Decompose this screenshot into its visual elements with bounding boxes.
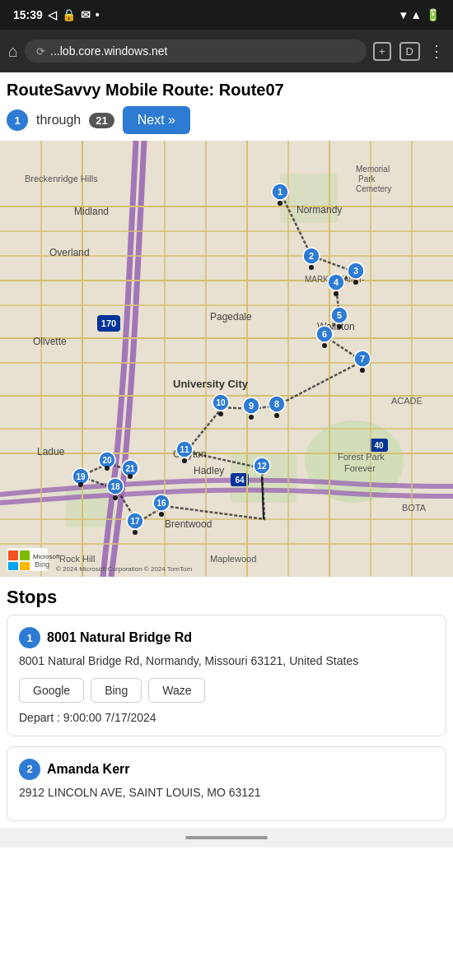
svg-text:170: 170 [101,318,116,328]
svg-text:BOTA: BOTA [402,503,427,513]
status-bar: 15:39 ◁ 🔒 ✉ • ▾ ▲ 🔋 [0,0,453,30]
map-container[interactable]: 170 64 40 Breckenridge Hills Midla [0,141,453,577]
svg-text:18: 18 [110,482,120,491]
svg-text:40: 40 [374,441,384,450]
browser-bar: ⌂ ⟳ ...lob.core.windows.net + D ⋮ [0,30,453,72]
svg-text:Ladue: Ladue [37,446,65,457]
svg-point-92 [159,512,164,517]
signal-icon: ▲ [410,8,422,21]
next-button[interactable]: Next » [123,106,190,134]
svg-point-74 [360,368,365,373]
svg-text:Cemetery: Cemetery [356,184,391,193]
svg-text:ACADE: ACADE [391,396,423,406]
home-icon[interactable]: ⌂ [8,42,18,61]
bing-nav-button[interactable]: Bing [91,678,142,703]
location-icon: ◁ [48,8,57,21]
svg-point-107 [128,474,133,479]
google-nav-button[interactable]: Google [19,678,84,703]
bottom-bar [0,828,453,848]
svg-text:64: 64 [235,476,245,485]
svg-point-101 [78,482,83,487]
svg-text:6: 6 [322,329,327,339]
page-title: RouteSavvy Mobile Route: Route07 [0,72,453,106]
svg-text:20: 20 [102,456,112,465]
svg-point-86 [182,458,187,463]
depart-time-1: Depart : 9:00:00 7/17/2024 [19,711,434,724]
svg-text:8: 8 [274,399,279,409]
stop-card-2: 2 Amanda Kerr 2912 LINCOLN AVE, SAINT LO… [7,746,446,822]
svg-point-77 [274,413,279,418]
svg-text:7: 7 [360,354,365,364]
svg-text:1: 1 [278,187,283,197]
svg-text:Normandy: Normandy [297,204,342,216]
svg-text:11: 11 [180,445,189,454]
svg-rect-111 [8,562,18,570]
stop-address-2: 2912 LINCOLN AVE, SAINT LOUIS, MO 63121 [19,785,434,801]
svg-point-62 [353,280,358,285]
svg-rect-112 [20,562,30,570]
svg-text:Park: Park [358,174,376,183]
svg-text:Breckenridge Hills: Breckenridge Hills [25,174,98,183]
svg-text:Forest Park: Forest Park [338,452,385,462]
svg-text:5: 5 [337,310,342,320]
svg-text:Hadley: Hadley [194,465,224,476]
svg-text:Forever: Forever [344,463,376,473]
svg-point-59 [309,265,314,270]
dot-icon: • [96,8,100,21]
through-label: through [36,113,81,128]
nav-buttons-row-1: Google Bing Waze [19,678,434,703]
new-tab-button[interactable]: + [373,42,391,61]
stop-title-row-2: 2 Amanda Kerr [19,759,434,780]
svg-point-65 [334,291,339,296]
stop-number-badge-2: 2 [19,759,40,780]
svg-text:12: 12 [257,462,267,471]
svg-point-104 [105,466,110,471]
status-left: 15:39 ◁ 🔒 ✉ • [13,8,100,21]
map-svg: 170 64 40 Breckenridge Hills Midla [0,141,453,577]
browser-actions: + D ⋮ [373,41,445,61]
svg-point-68 [337,324,342,329]
stop-name-1: 8001 Natural Bridge Rd [47,630,192,645]
svg-text:4: 4 [334,277,339,287]
svg-text:Bing: Bing [35,560,49,569]
svg-text:Microsoft: Microsoft [33,553,60,560]
svg-point-80 [249,415,254,420]
url-text: ...lob.core.windows.net [50,44,167,58]
navigation-row: 1 through 21 Next » [0,106,453,141]
svg-point-95 [133,530,138,535]
svg-text:Olivette: Olivette [33,336,67,347]
home-indicator [185,836,268,839]
mail-icon: ✉ [81,8,91,21]
svg-text:Maplewood: Maplewood [210,554,256,564]
stop-name-2: Amanda Kerr [47,762,129,777]
svg-point-71 [322,343,327,348]
svg-rect-110 [20,550,30,560]
stop-title-row-1: 1 8001 Natural Bridge Rd [19,627,434,648]
current-stop-badge: 1 [7,109,28,131]
svg-point-98 [113,495,118,500]
menu-button[interactable]: ⋮ [428,41,445,61]
tab-switcher-button[interactable]: D [399,42,420,61]
battery-icon: 🔋 [426,8,440,21]
stop-address-1: 8001 Natural Bridge Rd, Normandy, Missou… [19,653,434,670]
svg-text:Brentwood: Brentwood [165,518,212,530]
url-security-icon: ⟳ [36,45,45,58]
stop-number-badge-1: 1 [19,627,40,648]
svg-text:3: 3 [353,266,358,276]
url-bar[interactable]: ⟳ ...lob.core.windows.net [25,39,367,63]
svg-text:University City: University City [173,378,249,390]
svg-text:2: 2 [309,251,314,261]
svg-text:16: 16 [156,499,166,508]
waze-nav-button[interactable]: Waze [148,678,205,703]
svg-text:Pagedale: Pagedale [210,311,252,323]
wifi-icon: ▾ [400,8,406,21]
total-stops-badge: 21 [89,113,114,128]
svg-text:10: 10 [216,398,226,407]
svg-point-56 [278,201,283,206]
svg-text:17: 17 [130,517,140,526]
time-display: 15:39 [13,8,43,21]
svg-text:Overland: Overland [49,247,90,258]
svg-text:Rock Hill: Rock Hill [59,554,95,564]
svg-point-83 [218,411,223,416]
lock-icon: 🔒 [62,8,76,21]
